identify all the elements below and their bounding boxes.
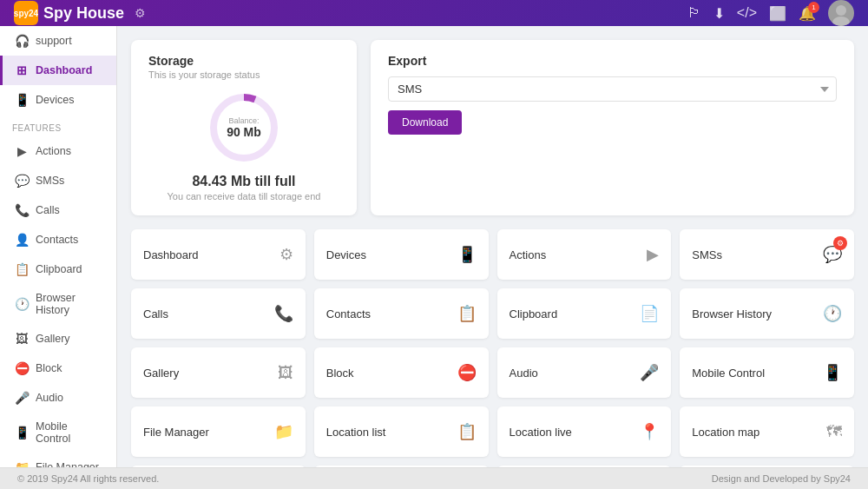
sidebar-label-gallery: Gallery (36, 333, 70, 345)
sidebar-item-audio[interactable]: 🎤 Audio (0, 383, 116, 413)
notification-badge: 1 (808, 2, 819, 13)
logo-text: spy24 (14, 9, 38, 18)
sidebar-item-mobile-control[interactable]: 📱 Mobile Control (0, 413, 116, 453)
notification-bell[interactable]: 🔔 1 (799, 5, 816, 22)
download-button[interactable]: Download (388, 110, 462, 135)
grid-item-payment-history[interactable]: Payment History💳 (131, 466, 306, 467)
grid-item-icon: 📱 (457, 245, 477, 264)
grid-item-file-manager[interactable]: File Manager📁 (131, 406, 306, 457)
grid-item-smss[interactable]: SMSs💬⚙ (680, 229, 854, 280)
grid-item-label: Gallery (143, 367, 179, 380)
grid-item-label: Audio (510, 367, 538, 380)
grid-item-label: Contacts (326, 307, 371, 320)
sidebar-item-contacts[interactable]: 👤 Contacts (0, 225, 116, 254)
sidebar-item-dashboard[interactable]: ⊞ Dashboard (0, 56, 116, 85)
sidebar-label-mobile-control: Mobile Control (36, 420, 104, 445)
audio-icon: 🎤 (15, 391, 29, 405)
balance-value: 90 Mb (227, 125, 261, 139)
sidebar-label-smss: SMSs (36, 175, 64, 187)
grid-item-icon: 🗺 (826, 423, 842, 441)
grid-item-label: Devices (326, 248, 366, 261)
grid-item-icon: 📁 (274, 422, 293, 441)
grid-item-browser-history[interactable]: Browser History🕐 (680, 288, 854, 339)
grid-item-label: Actions (510, 248, 547, 261)
sidebar-item-smss[interactable]: 💬 SMSs (0, 166, 116, 195)
storage-chart: Balance: 90 Mb (148, 89, 339, 167)
sidebar-item-actions[interactable]: ▶ Actions (0, 136, 116, 166)
sidebar-label-devices: Devices (36, 94, 74, 106)
header: spy24 Spy House ⚙ 🏳 ⬇ </> ⬜ 🔔 1 (0, 0, 868, 26)
grid-item-label: Location map (692, 426, 760, 439)
feature-grid: Dashboard⚙Devices📱Actions▶SMSs💬⚙Calls📞Co… (131, 229, 854, 467)
mb-left: 84.43 Mb till full (148, 174, 339, 189)
sidebar-item-browser-history[interactable]: 🕐 Browser History (0, 284, 116, 324)
sidebar: 🎧 support ⊞ Dashboard 📱 Devices FEATURES… (0, 26, 117, 467)
grid-item-mobile-control[interactable]: Mobile Control📱 (680, 347, 854, 398)
sidebar-label-block: Block (36, 362, 62, 374)
sidebar-item-calls[interactable]: 📞 Calls (0, 195, 116, 225)
donut-label: Balance: 90 Mb (227, 116, 261, 139)
grid-item-location-map[interactable]: Location map🗺 (680, 406, 854, 457)
grid-item-contacts[interactable]: Contacts📋 (314, 288, 489, 339)
block-icon: ⛔ (15, 361, 29, 375)
sms-badge: ⚙ (833, 236, 847, 250)
features-section-label: FEATURES (0, 115, 116, 136)
code-icon[interactable]: </> (737, 5, 757, 21)
grid-item-devices[interactable]: Devices📱 (314, 229, 489, 280)
storage-info: 84.43 Mb till full You can receive data … (148, 174, 339, 202)
grid-item-screen[interactable]: Screen🖥 (314, 466, 489, 467)
credit-text: Design and Developed by Spy24 (712, 473, 851, 484)
grid-item-label: Clipboard (510, 307, 558, 320)
sidebar-item-devices[interactable]: 📱 Devices (0, 85, 116, 115)
sms-icon: 💬 (15, 174, 29, 188)
grid-item-icon: 📋 (457, 304, 477, 323)
mobile-control-icon: 📱 (15, 426, 29, 439)
grid-item-icon: 📱 (823, 363, 842, 382)
sidebar-item-support[interactable]: 🎧 support (0, 26, 116, 56)
grid-item-location-list[interactable]: Location list📋 (314, 406, 489, 457)
donut-chart: Balance: 90 Mb (205, 89, 283, 167)
grid-item-keylogger[interactable]: Keylogger⌨ (680, 466, 854, 467)
grid-item-icon: ⛔ (457, 363, 477, 382)
sidebar-label-clipboard: Clipboard (36, 263, 82, 275)
sidebar-label-file-manager: File Manager (36, 461, 99, 467)
grid-item-icon: 🕐 (823, 304, 842, 323)
sidebar-item-gallery[interactable]: 🖼 Gallery (0, 324, 116, 354)
svg-point-0 (836, 5, 846, 16)
user-avatar[interactable] (828, 0, 854, 26)
grid-item-gallery[interactable]: Gallery🖼 (131, 347, 306, 398)
sidebar-item-block[interactable]: ⛔ Block (0, 354, 116, 383)
grid-item-label: Block (326, 367, 354, 380)
grid-item-label: File Manager (143, 426, 209, 439)
export-card: Export SMS Calls Contacts Gallery Downlo… (371, 40, 854, 215)
storage-title: Storage (148, 54, 339, 68)
grid-item-actions[interactable]: Actions▶ (497, 229, 672, 280)
grid-item-icon: ⚙ (279, 245, 293, 264)
grid-item-calls[interactable]: Calls📞 (131, 288, 306, 339)
export-select[interactable]: SMS Calls Contacts Gallery (388, 76, 837, 102)
devices-icon: 📱 (15, 93, 29, 107)
sidebar-label-dashboard: Dashboard (36, 64, 92, 76)
grid-item-location-live[interactable]: Location live📍 (497, 406, 672, 457)
grid-item-dashboard[interactable]: Dashboard⚙ (131, 229, 306, 280)
grid-item-clipboard[interactable]: Clipboard📄 (497, 288, 672, 339)
download-icon[interactable]: ⬇ (713, 5, 725, 22)
screen-icon[interactable]: ⬜ (769, 5, 786, 22)
grid-item-audio[interactable]: Audio🎤 (497, 347, 672, 398)
flag-icon[interactable]: 🏳 (687, 5, 701, 21)
grid-item-messengers[interactable]: Messengers💬 (497, 466, 672, 467)
header-gear-icon[interactable]: ⚙ (135, 6, 146, 20)
grid-item-icon: 🎤 (640, 363, 659, 382)
logo: spy24 Spy House ⚙ (14, 1, 146, 25)
sidebar-item-file-manager[interactable]: 📁 File Manager (0, 453, 116, 467)
grid-item-block[interactable]: Block⛔ (314, 347, 489, 398)
grid-item-icon: 🖼 (278, 364, 293, 382)
sidebar-item-clipboard[interactable]: 📋 Clipboard (0, 254, 116, 284)
gallery-icon: 🖼 (15, 332, 29, 346)
grid-item-icon: 📍 (640, 422, 659, 441)
svg-point-1 (832, 17, 850, 26)
sidebar-label-actions: Actions (36, 145, 71, 157)
grid-item-icon: 📋 (457, 422, 477, 441)
logo-icon: spy24 (14, 1, 38, 25)
app-title: Spy House (43, 4, 124, 23)
